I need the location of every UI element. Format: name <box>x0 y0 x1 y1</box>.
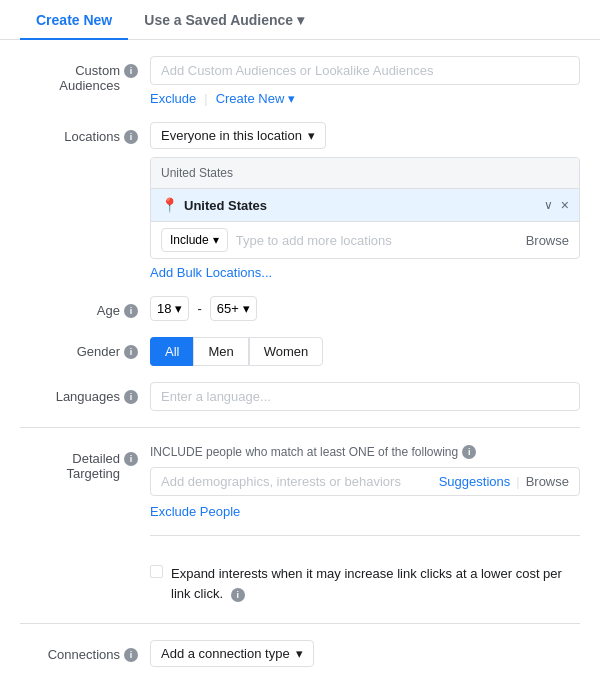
age-max-caret: ▾ <box>243 301 250 316</box>
targeting-input[interactable] <box>161 474 439 489</box>
location-item-us: 📍 United States ∨ × <box>151 189 579 222</box>
location-name: United States <box>184 198 267 213</box>
gender-buttons: All Men Women <box>150 337 580 366</box>
section-divider-2 <box>20 623 580 624</box>
age-max-value: 65+ <box>217 301 239 316</box>
add-bulk-link[interactable]: Add Bulk Locations... <box>150 265 580 280</box>
tab-saved-label: Use a Saved Audience <box>144 12 293 28</box>
languages-row: Languages i <box>20 382 580 411</box>
location-box: United States 📍 United States ∨ × Includ… <box>150 157 580 259</box>
location-browse-link[interactable]: Browse <box>526 233 569 248</box>
expand-section: Expand interests when it may increase li… <box>20 535 580 615</box>
saved-caret-icon: ▾ <box>297 12 304 28</box>
targeting-pipe: | <box>516 474 519 489</box>
tabs-bar: Create New Use a Saved Audience ▾ <box>0 0 600 40</box>
include-caret-icon: ▾ <box>213 233 219 247</box>
detailed-targeting-row: Detailed Targeting i INCLUDE people who … <box>20 444 580 519</box>
connections-dropdown-label: Add a connection type <box>161 646 290 661</box>
connections-caret-icon: ▾ <box>296 646 303 661</box>
gender-control: All Men Women <box>150 337 580 366</box>
locations-label: Locations i <box>20 122 150 144</box>
location-close-icon[interactable]: × <box>561 197 569 213</box>
custom-audiences-link-row: Exclude | Create New ▾ <box>150 91 580 106</box>
detailed-targeting-control: INCLUDE people who match at least ONE of… <box>150 444 580 519</box>
tab-create-new[interactable]: Create New <box>20 0 128 40</box>
create-new-link[interactable]: Create New ▾ <box>216 91 295 106</box>
targeting-description: INCLUDE people who match at least ONE of… <box>150 444 580 459</box>
location-dropdown-caret: ▾ <box>308 128 315 143</box>
locations-control: Everyone in this location ▾ United State… <box>150 122 580 280</box>
age-min-value: 18 <box>157 301 171 316</box>
targeting-actions: Suggestions | Browse <box>439 474 569 489</box>
targeting-input-wrap: Suggestions | Browse <box>150 467 580 496</box>
age-control: 18 ▾ - 65+ ▾ <box>150 296 580 321</box>
targeting-browse-link[interactable]: Browse <box>526 474 569 489</box>
connections-row: Connections i Add a connection type ▾ <box>20 640 580 667</box>
expand-divider <box>150 535 580 536</box>
expand-text: Expand interests when it may increase li… <box>171 564 580 603</box>
location-chevron-icon: ∨ <box>544 198 553 212</box>
gender-row: Gender i All Men Women <box>20 337 580 366</box>
age-row: Age i 18 ▾ - 65+ ▾ <box>20 296 580 321</box>
custom-audiences-label: Custom Audiences i <box>20 56 150 93</box>
location-dropdown-btn[interactable]: Everyone in this location ▾ <box>150 122 326 149</box>
form-body: Custom Audiences i Exclude | Create New … <box>0 40 600 697</box>
age-dash: - <box>197 301 201 316</box>
age-row-inner: 18 ▾ - 65+ ▾ <box>150 296 580 321</box>
gender-info-icon: i <box>124 345 138 359</box>
expand-row: Expand interests when it may increase li… <box>150 552 580 615</box>
custom-audiences-row: Custom Audiences i Exclude | Create New … <box>20 56 580 106</box>
connections-info-icon: i <box>124 648 138 662</box>
include-label: Include <box>170 233 209 247</box>
gender-all-btn[interactable]: All <box>150 337 193 366</box>
languages-input[interactable] <box>150 382 580 411</box>
locations-row: Locations i Everyone in this location ▾ … <box>20 122 580 280</box>
suggestions-link[interactable]: Suggestions <box>439 474 511 489</box>
connections-control: Add a connection type ▾ <box>150 640 580 667</box>
targeting-desc-info-icon: i <box>462 445 476 459</box>
age-min-caret: ▾ <box>175 301 182 316</box>
age-info-icon: i <box>124 304 138 318</box>
exclude-people-link[interactable]: Exclude People <box>150 504 580 519</box>
locations-info-icon: i <box>124 130 138 144</box>
age-max-dropdown[interactable]: 65+ ▾ <box>210 296 257 321</box>
create-new-label: Create New <box>216 91 285 106</box>
custom-audiences-input[interactable] <box>150 56 580 85</box>
section-divider-1 <box>20 427 580 428</box>
location-type-input[interactable] <box>236 233 518 248</box>
location-dropdown-label: Everyone in this location <box>161 128 302 143</box>
languages-label: Languages i <box>20 382 150 404</box>
connections-dropdown-btn[interactable]: Add a connection type ▾ <box>150 640 314 667</box>
location-country-header: United States <box>151 158 579 189</box>
exclude-link[interactable]: Exclude <box>150 91 196 106</box>
languages-info-icon: i <box>124 390 138 404</box>
age-label: Age i <box>20 296 150 318</box>
detailed-targeting-label: Detailed Targeting i <box>20 444 150 481</box>
gender-women-btn[interactable]: Women <box>249 337 324 366</box>
pipe-divider: | <box>204 91 207 106</box>
custom-audiences-info-icon: i <box>124 64 138 78</box>
connections-label: Connections i <box>20 640 150 662</box>
expand-info-icon: i <box>231 588 245 602</box>
gender-men-btn[interactable]: Men <box>193 337 248 366</box>
languages-control <box>150 382 580 411</box>
detailed-targeting-info-icon: i <box>124 452 138 466</box>
expand-checkbox[interactable] <box>150 565 163 578</box>
tab-use-saved[interactable]: Use a Saved Audience ▾ <box>128 0 320 40</box>
custom-audiences-control: Exclude | Create New ▾ <box>150 56 580 106</box>
pin-icon: 📍 <box>161 197 178 213</box>
gender-label: Gender i <box>20 337 150 359</box>
include-dropdown-btn[interactable]: Include ▾ <box>161 228 228 252</box>
create-new-caret-icon: ▾ <box>288 91 295 106</box>
age-min-dropdown[interactable]: 18 ▾ <box>150 296 189 321</box>
location-search-row: Include ▾ Browse <box>151 222 579 258</box>
